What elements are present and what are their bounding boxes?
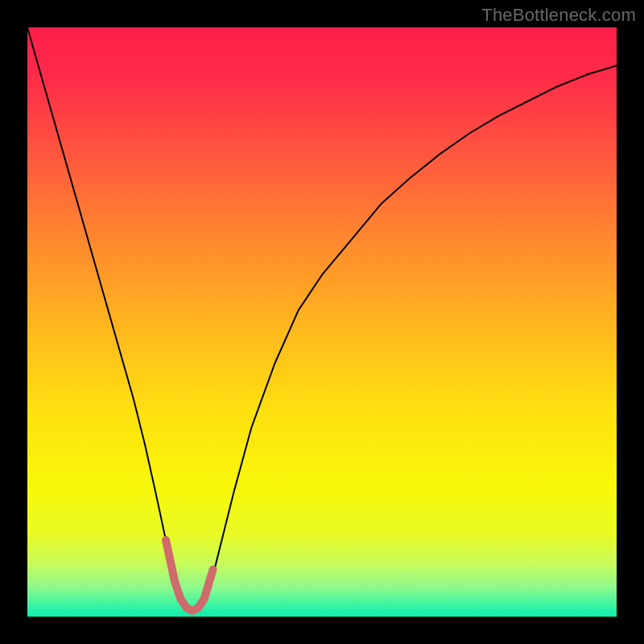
chart-svg	[27, 27, 617, 617]
watermark-text: TheBottleneck.com	[481, 5, 636, 26]
chart-background	[27, 27, 617, 617]
chart-plot-area	[27, 27, 617, 617]
chart-frame: TheBottleneck.com	[0, 0, 644, 644]
